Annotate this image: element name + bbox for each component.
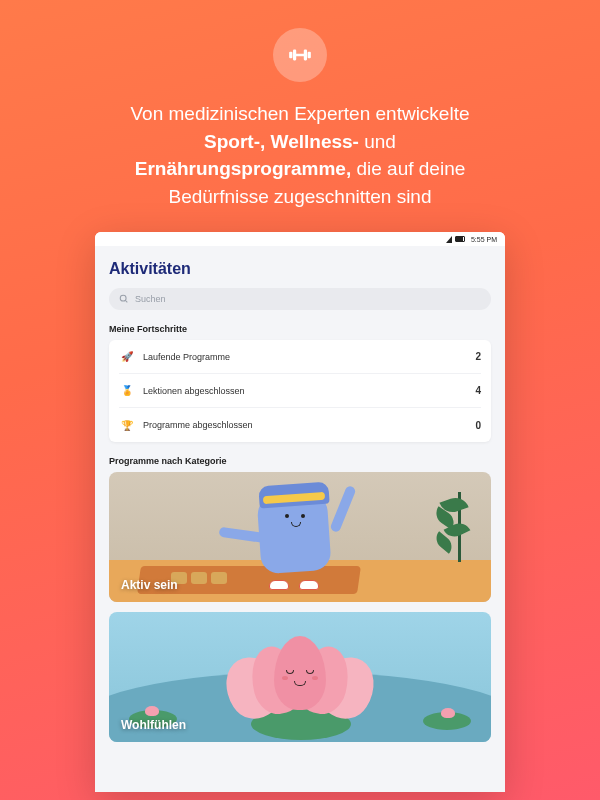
- medal-icon: 🏅: [119, 385, 135, 396]
- progress-row-running[interactable]: 🚀 Laufende Programme 2: [119, 340, 481, 374]
- progress-row-lessons[interactable]: 🏅 Lektionen abgeschlossen 4: [119, 374, 481, 408]
- category-title: Aktiv sein: [121, 578, 178, 592]
- hero-line4: Bedürfnisse zugeschnitten sind: [169, 186, 432, 207]
- progress-value: 0: [475, 420, 481, 431]
- status-bar: 5:55 PM: [95, 232, 505, 246]
- hero-icon-circle: [273, 28, 327, 82]
- category-section-label: Programme nach Kategorie: [109, 456, 491, 466]
- progress-label: Programme abgeschlossen: [143, 420, 475, 430]
- search-icon: [119, 294, 129, 304]
- progress-value: 2: [475, 351, 481, 362]
- battery-icon: [455, 236, 465, 242]
- rocket-icon: 🚀: [119, 351, 135, 362]
- progress-section-label: Meine Fortschritte: [109, 324, 491, 334]
- page-title: Aktivitäten: [109, 260, 491, 278]
- hero-line1: Von medizinischen Experten entwickelte: [130, 103, 469, 124]
- svg-line-6: [125, 300, 127, 302]
- search-placeholder: Suchen: [135, 294, 166, 304]
- search-input[interactable]: Suchen: [109, 288, 491, 310]
- device-mockup: 5:55 PM Aktivitäten Suchen Meine Fortsch…: [95, 232, 505, 792]
- progress-card: 🚀 Laufende Programme 2 🏅 Lektionen abges…: [109, 340, 491, 442]
- trophy-icon: 🏆: [119, 420, 135, 431]
- svg-rect-0: [289, 52, 292, 59]
- app-content: Aktivitäten Suchen Meine Fortschritte 🚀 …: [95, 246, 505, 792]
- hero-text: Von medizinischen Experten entwickelte S…: [130, 100, 469, 210]
- progress-label: Laufende Programme: [143, 352, 475, 362]
- progress-row-completed[interactable]: 🏆 Programme abgeschlossen 0: [119, 408, 481, 442]
- signal-icon: [446, 236, 452, 243]
- hero-line2-bold: Sport-, Wellness-: [204, 131, 359, 152]
- progress-label: Lektionen abgeschlossen: [143, 386, 475, 396]
- progress-value: 4: [475, 385, 481, 396]
- category-card-wohlfuehlen[interactable]: Wohlfühlen: [109, 612, 491, 742]
- category-title: Wohlfühlen: [121, 718, 186, 732]
- dumbbell-icon: [287, 42, 313, 68]
- svg-rect-1: [308, 52, 311, 59]
- lotus-illustration: [230, 634, 370, 724]
- svg-point-5: [120, 295, 126, 301]
- category-card-aktiv-sein[interactable]: Aktiv sein: [109, 472, 491, 602]
- status-time: 5:55 PM: [471, 236, 497, 243]
- hero-line3-bold: Ernährungsprogramme,: [135, 158, 351, 179]
